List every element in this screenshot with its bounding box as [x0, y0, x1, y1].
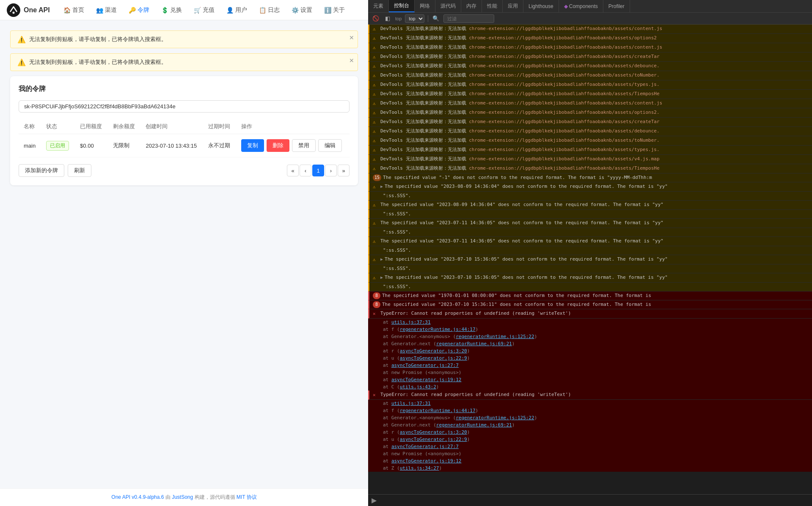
warn-icon-1: ⚠️ [17, 36, 26, 44]
line-text: ":ss.SSS". [383, 229, 809, 236]
nav-exchange[interactable]: 💲 兑换 [156, 4, 187, 16]
stack-link[interactable]: utils.js:37:31 [391, 401, 431, 406]
console-line: ⚠ DevTools 无法加载来源映射：无法加载 chrome-extensio… [368, 90, 812, 99]
tab-memory[interactable]: 内存 [461, 0, 482, 12]
tab-performance[interactable]: 性能 [482, 0, 503, 12]
stack-link[interactable]: regeneratorRuntime.js:44:17 [400, 327, 476, 332]
nav-home[interactable]: 🏠 首页 [58, 4, 89, 16]
stack-link[interactable]: regeneratorRuntime.js:69:21 [436, 341, 512, 346]
console-line: ⚠ DevTools 无法加载来源映射：无法加载 chrome-extensio… [368, 80, 812, 90]
clear-console-icon[interactable]: 🚫 [372, 14, 380, 23]
line-text: ":ss.SSS". [383, 211, 809, 217]
stack-link[interactable]: regeneratorRuntime.js:44:17 [400, 408, 476, 413]
delete-button[interactable]: 删除 [267, 139, 289, 152]
tab-console[interactable]: 控制台 [389, 0, 415, 12]
stack-link[interactable]: regeneratorRuntime.js:69:21 [436, 422, 512, 428]
author-link[interactable]: JustSong [172, 494, 193, 500]
nav-log[interactable]: 📋 日志 [254, 4, 285, 16]
tab-network[interactable]: 网络 [415, 0, 435, 12]
tab-sources[interactable]: 源代码 [435, 0, 461, 12]
expand-arrow[interactable]: ▶ [380, 256, 383, 263]
stack-link[interactable]: asyncToGenerator.js:27:7 [391, 444, 459, 449]
line-text: DevTools 无法加载来源映射：无法加载 chrome-extension:… [380, 137, 809, 144]
stack-link[interactable]: regeneratorRuntime.js:125:22 [456, 334, 534, 339]
stack-link[interactable]: asyncToGenerator.js:3:20 [400, 348, 467, 354]
filter-input[interactable] [443, 14, 494, 23]
console-line-continued: ":ss.SSS". [368, 192, 812, 201]
nav-topup[interactable]: 🛒 充值 [189, 4, 220, 16]
console-output[interactable]: ⚠ DevTools 无法加载来源映射：无法加载 chrome-extensio… [368, 25, 812, 494]
pagination: « ‹ 1 › » [287, 165, 350, 176]
page-last[interactable]: » [338, 165, 350, 176]
tab-lighthouse[interactable]: Lighthouse [523, 0, 559, 12]
nav-token[interactable]: 🔑 令牌 [124, 4, 154, 16]
close-notification-2[interactable]: ✕ [349, 57, 354, 64]
line-text: ":ss.SSS". [383, 283, 809, 290]
stack-link[interactable]: regeneratorRuntime.js:125:22 [456, 415, 534, 421]
edit-button[interactable]: 编辑 [318, 139, 342, 152]
page-next[interactable]: › [325, 165, 337, 176]
stack-link[interactable]: asyncToGenerator.js:27:7 [391, 363, 459, 368]
refresh-button[interactable]: 刷新 [68, 164, 91, 177]
version-link[interactable]: One API v0.4.9-alpha.6 [111, 494, 164, 500]
console-line: ⚠ DevTools 无法加载来源映射：无法加载 chrome-extensio… [368, 71, 812, 80]
tab-components[interactable]: ◆Components [559, 0, 603, 12]
col-status: 状态 [41, 119, 75, 134]
license-link[interactable]: MIT 协议 [237, 494, 257, 500]
card-bottom: 添加新的令牌 刷新 « ‹ 1 › » [19, 164, 350, 177]
stack-line-2: at Generator.<anonymous> (regeneratorRun… [368, 414, 812, 421]
stack-link[interactable]: asyncToGenerator.js:19:12 [391, 377, 462, 382]
stack-link[interactable]: asyncToGenerator.js:3:20 [400, 429, 467, 435]
nav-user-label: 用户 [235, 6, 247, 14]
logo-icon [7, 3, 20, 17]
expand-arrow[interactable]: ▶ [380, 274, 383, 281]
stack-line: at f (regeneratorRuntime.js:44:17) [368, 326, 812, 333]
stack-link[interactable]: asyncToGenerator.js:22:9 [400, 437, 467, 442]
warn-icon: ⚠ [373, 238, 379, 245]
console-line-warn-plain-1: ⚠ The specified value "2023-08-09 14:36:… [368, 201, 812, 210]
nav-user[interactable]: 👤 用户 [221, 4, 252, 16]
tab-application[interactable]: 应用 [503, 0, 523, 12]
stack-line: at Generator.<anonymous> (regeneratorRun… [368, 333, 812, 340]
disable-button[interactable]: 禁用 [292, 139, 316, 152]
add-token-button[interactable]: 添加新的令牌 [19, 164, 64, 177]
expand-arrow[interactable]: ▶ [380, 183, 383, 190]
line-text: DevTools 无法加载来源映射：无法加载 chrome-extension:… [380, 81, 809, 88]
badge-8-1: 8 [373, 292, 380, 299]
warn-icon-2: ⚠️ [17, 58, 26, 66]
context-select[interactable]: top [405, 14, 424, 23]
copy-button[interactable]: 复制 [241, 139, 264, 152]
tab-elements[interactable]: 元素 [368, 0, 389, 12]
close-notification-1[interactable]: ✕ [349, 34, 354, 41]
stack-link[interactable]: asyncToGenerator.js:19:12 [391, 458, 462, 464]
line-text: DevTools 无法加载来源映射：无法加载 chrome-extension:… [380, 128, 809, 135]
filter-icon[interactable]: 🔍 [432, 14, 440, 23]
table-row: main 已启用 $0.00 无限制 2023-07-10 13:43:15 永… [19, 134, 350, 157]
stack-link[interactable]: utils.js:34:27 [400, 465, 439, 471]
logo-text: One API [24, 6, 50, 14]
console-line: ⚠ DevTools 无法加载来源映射：无法加载 chrome-extensio… [368, 127, 812, 136]
nav-settings[interactable]: ⚙️ 设置 [286, 4, 317, 16]
topup-icon: 🛒 [194, 7, 201, 14]
console-bottom: ▶ [368, 494, 812, 506]
page-prev[interactable]: ‹ [300, 165, 311, 176]
stack-link[interactable]: asyncToGenerator.js:22:9 [400, 355, 467, 361]
page-current[interactable]: 1 [312, 165, 324, 176]
search-input[interactable] [19, 100, 350, 113]
nav-channel[interactable]: 👥 渠道 [91, 4, 122, 16]
nav-about[interactable]: ℹ️ 关于 [319, 4, 350, 16]
line-text: DevTools 无法加载来源映射：无法加载 chrome-extension:… [380, 146, 809, 153]
devtools-tabs: 元素 控制台 网络 源代码 内存 性能 应用 Lighthouse ◆Compo… [368, 0, 812, 13]
page-first[interactable]: « [287, 165, 299, 176]
nav-settings-label: 设置 [300, 6, 312, 14]
stack-link[interactable]: utils.js:43:2 [400, 384, 436, 390]
footer-by: 由 [165, 494, 172, 500]
expand-bottom-icon[interactable]: ▶ [372, 497, 377, 504]
nav-exchange-label: 兑换 [170, 6, 182, 14]
stack-line: at C (utils.js:43:2) [368, 383, 812, 390]
components-icon: ◆ [564, 3, 568, 9]
toggle-sidebar-icon[interactable]: ◧ [383, 14, 392, 23]
stack-link[interactable]: utils.js:37:31 [391, 319, 431, 325]
line-text: DevTools 无法加载来源映射：无法加载 chrome-extension:… [380, 44, 809, 51]
tab-profiler[interactable]: Profiler [603, 0, 630, 12]
